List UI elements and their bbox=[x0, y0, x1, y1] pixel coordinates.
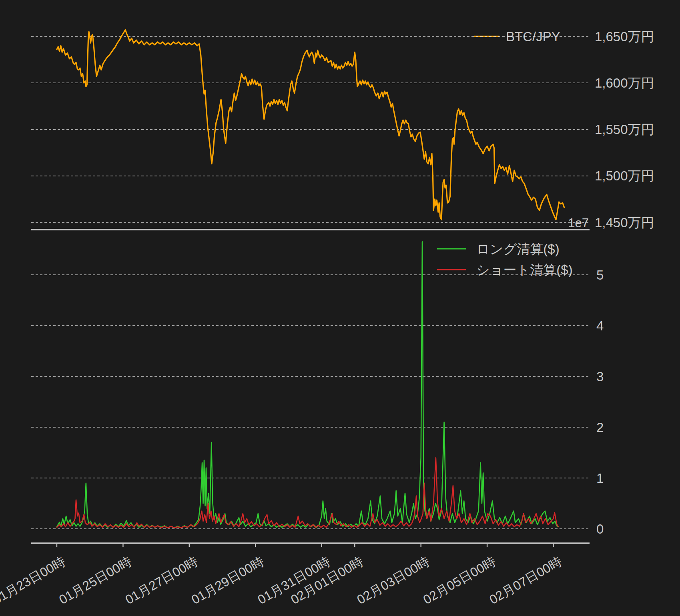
price-y-tick-label: 1,650万円 bbox=[595, 29, 654, 44]
liquidation-y-tick-label: 4 bbox=[596, 318, 604, 333]
y-axis-offset-label: 1e7 bbox=[568, 216, 589, 230]
price-y-tick-label: 1,450万円 bbox=[595, 215, 654, 230]
liquidation-y-tick-label: 1 bbox=[596, 471, 604, 486]
price-y-tick-label: 1,600万円 bbox=[595, 76, 654, 90]
liquidation-y-tick-label: 3 bbox=[596, 369, 604, 384]
liquidation-y-tick-label: 2 bbox=[596, 420, 604, 435]
liquidation-y-tick-label: 0 bbox=[596, 522, 604, 536]
figure: BTC/JPY ロング清算($) ショート清算($) 1e7 1,650万円1,… bbox=[0, 0, 680, 616]
price-y-tick-label: 1,550万円 bbox=[595, 122, 654, 137]
liquidation-y-tick-label: 5 bbox=[596, 268, 604, 282]
long-liquidation-legend-label: ロング清算($) bbox=[476, 242, 560, 256]
price-y-tick-label: 1,500万円 bbox=[595, 168, 654, 183]
